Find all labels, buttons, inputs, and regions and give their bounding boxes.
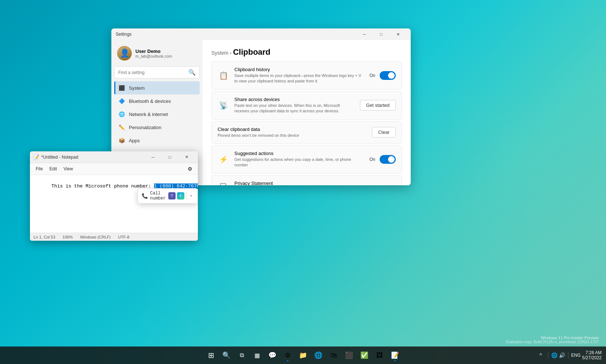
notepad-close-button[interactable]: ✕ bbox=[178, 151, 195, 163]
taskbar-explorer-button[interactable]: 📁 bbox=[296, 348, 310, 363]
language-indicator[interactable]: ENG bbox=[571, 353, 581, 358]
clipboard-history-desc: Save multiple items to your clipboard—pr… bbox=[234, 73, 364, 84]
external-link-icon[interactable]: ↗ bbox=[391, 183, 396, 185]
call-suggestion-popup[interactable]: 📞 Call number T E ▾ bbox=[138, 188, 198, 204]
notepad-settings-button[interactable]: ⚙ bbox=[185, 164, 195, 174]
call-apps: T E ▾ bbox=[168, 192, 194, 200]
notepad-statusbar: Ln 1, Col 53 100% Windows (CRLF) UTF-8 bbox=[30, 233, 198, 241]
system-tray-expand[interactable]: ^ bbox=[537, 352, 545, 358]
taskbar-chat-button[interactable]: 💬 bbox=[265, 348, 280, 363]
taskbar-clock[interactable]: 7:26 AM 5/27/2022 bbox=[582, 350, 602, 360]
volume-tray-icon[interactable]: 🔊 bbox=[559, 352, 565, 358]
share-devices-title: Share across devices bbox=[234, 97, 355, 102]
clipboard-history-toggle-label: On bbox=[369, 73, 375, 78]
clipboard-history-title: Clipboard history bbox=[234, 67, 364, 72]
menu-edit[interactable]: Edit bbox=[46, 165, 60, 173]
sidebar-item-system[interactable]: ⬛ System bbox=[114, 81, 200, 94]
notepad-window: 📝 *Untitled - Notepad ─ □ ✕ File Edit Vi… bbox=[30, 151, 198, 241]
taskbar-edge-button[interactable]: 🌐 bbox=[311, 348, 326, 363]
minimize-button[interactable]: ─ bbox=[356, 28, 373, 40]
get-started-button[interactable]: Get started bbox=[360, 100, 396, 111]
windows-watermark: Windows 11 Pro Insider Preview Evaluatio… bbox=[506, 336, 599, 344]
call-suggestion-label: Call number bbox=[150, 191, 166, 201]
close-button[interactable]: ✕ bbox=[390, 28, 406, 40]
clock-time: 7:26 AM bbox=[582, 350, 602, 355]
notepad-active-indicator bbox=[394, 360, 396, 361]
notepad-title: *Untitled - Notepad bbox=[41, 155, 78, 160]
breadcrumb: System › Clipboard bbox=[211, 47, 402, 57]
network-icon: 🌐 bbox=[118, 111, 125, 118]
clipboard-history-toggle-group: On bbox=[369, 71, 396, 80]
sidebar-item-personalization[interactable]: ✏️ Personalization bbox=[114, 121, 200, 134]
clipboard-history-card: 📋 Clipboard history Save multiple items … bbox=[211, 61, 402, 90]
share-devices-icon: 📡 bbox=[218, 100, 229, 111]
taskbar-terminal-button[interactable]: ⬛ bbox=[342, 348, 356, 363]
suggested-actions-title: Suggested actions bbox=[234, 151, 364, 156]
sidebar-item-network[interactable]: 🌐 Network & internet bbox=[114, 108, 200, 121]
settings-search-input[interactable] bbox=[118, 70, 186, 75]
settings-search-box[interactable]: 🔍 bbox=[114, 66, 200, 78]
window-controls: ─ □ ✕ bbox=[356, 28, 406, 40]
suggested-actions-icon: ⚡ bbox=[218, 154, 229, 165]
call-dropdown-button[interactable]: ▾ bbox=[187, 192, 194, 200]
status-position: Ln 1, Col 53 bbox=[34, 235, 55, 239]
taskbar-search-button[interactable]: 🔍 bbox=[219, 348, 234, 363]
clear-clipboard-title: Clear clipboard data bbox=[218, 127, 367, 132]
clear-button[interactable]: Clear bbox=[372, 127, 396, 138]
taskbar-settings-icon[interactable]: ⚙ bbox=[280, 348, 295, 363]
breadcrumb-parent: System bbox=[211, 50, 229, 56]
taskbar-photos-button[interactable]: 🖼 bbox=[372, 348, 387, 363]
clear-clipboard-desc: Pinned items won't be removed on this de… bbox=[218, 133, 367, 138]
menu-view[interactable]: View bbox=[61, 165, 76, 173]
tray-expand-icon: ^ bbox=[540, 352, 542, 358]
suggested-actions-toggle-track bbox=[380, 155, 396, 164]
taskbar-center: ⊞ 🔍 ⧉ ▦ 💬 ⚙ 📁 🌐 🛍 ⬛ ✅ bbox=[204, 348, 402, 363]
suggested-actions-text: Suggested actions Get suggestions for ac… bbox=[234, 151, 364, 168]
privacy-title: Privacy Statement bbox=[234, 181, 386, 185]
menu-file[interactable]: File bbox=[33, 165, 46, 173]
clipboard-history-icon: 📋 bbox=[218, 70, 229, 81]
taskbar-store-button[interactable]: 🛍 bbox=[326, 348, 341, 363]
sidebar-item-network-label: Network & internet bbox=[129, 112, 168, 117]
user-profile[interactable]: User Demo m_lab@outlook.com bbox=[114, 43, 200, 63]
suggested-actions-card: ⚡ Suggested actions Get suggestions for … bbox=[211, 145, 402, 174]
suggested-actions-toggle-label: On bbox=[369, 157, 375, 162]
status-encoding: UTF-8 bbox=[118, 235, 129, 239]
user-info: User Demo m_lab@outlook.com bbox=[135, 49, 197, 58]
user-name: User Demo bbox=[135, 49, 197, 54]
clipboard-history-toggle[interactable] bbox=[380, 71, 396, 80]
network-tray-icon[interactable]: 🌐 bbox=[551, 352, 557, 358]
share-devices-text: Share across devices Paste text on your … bbox=[234, 97, 355, 114]
settings-titlebar: Settings ─ □ ✕ bbox=[111, 28, 411, 40]
settings-content: System › Clipboard 📋 Clipboard history S… bbox=[203, 40, 411, 185]
privacy-statement-card: 🛡 Privacy Statement Learn more about dat… bbox=[211, 175, 402, 185]
apps-icon: 📦 bbox=[118, 137, 125, 144]
share-devices-card: 📡 Share across devices Paste text on you… bbox=[211, 91, 402, 120]
watermark-line1: Windows 11 Pro Insider Preview bbox=[506, 336, 599, 340]
privacy-icon: 🛡 bbox=[218, 181, 229, 185]
status-zoom: 100% bbox=[62, 235, 73, 239]
sidebar-item-apps[interactable]: 📦 Apps bbox=[114, 134, 200, 147]
sidebar-item-bluetooth[interactable]: 🔷 Bluetooth & devices bbox=[114, 94, 200, 108]
teams-app-icon[interactable]: T bbox=[168, 192, 176, 200]
taskbar-widgets-button[interactable]: ▦ bbox=[250, 348, 264, 363]
notepad-content-area[interactable]: This is the Microsoft phone number: 1 (8… bbox=[30, 175, 198, 233]
tray-divider2 bbox=[568, 352, 568, 359]
suggested-actions-toggle[interactable] bbox=[380, 155, 396, 164]
settings-title: Settings bbox=[116, 32, 131, 37]
personalization-icon: ✏️ bbox=[118, 124, 125, 131]
notepad-minimize-button[interactable]: ─ bbox=[145, 151, 161, 163]
taskbar-start-button[interactable]: ⊞ bbox=[204, 348, 218, 363]
maximize-button[interactable]: □ bbox=[373, 28, 390, 40]
notepad-title-area: 📝 *Untitled - Notepad bbox=[33, 154, 78, 160]
avatar-image bbox=[117, 46, 132, 61]
taskbar-notepad-button[interactable]: 📝 bbox=[388, 348, 402, 363]
clock-date: 5/27/2022 bbox=[582, 355, 602, 360]
edge-app-icon[interactable]: E bbox=[177, 192, 184, 200]
avatar bbox=[117, 46, 132, 61]
notepad-maximize-button[interactable]: □ bbox=[161, 151, 178, 163]
taskbar-taskview-button[interactable]: ⧉ bbox=[234, 348, 249, 363]
breadcrumb-separator: › bbox=[230, 50, 233, 56]
taskbar-todo-button[interactable]: ✅ bbox=[357, 348, 372, 363]
bluetooth-icon: 🔷 bbox=[118, 97, 125, 105]
